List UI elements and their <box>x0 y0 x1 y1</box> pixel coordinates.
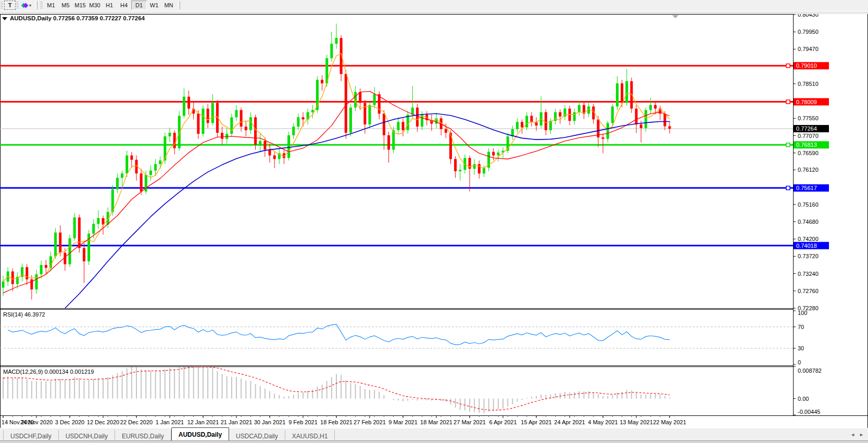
candle-body <box>54 233 57 257</box>
candle-body <box>525 116 528 127</box>
date-tick-label: 12 Jan 2021 <box>187 419 219 425</box>
candle-body <box>245 126 247 130</box>
date-tick-label: 27 Feb 2021 <box>354 419 386 425</box>
candle-body <box>635 109 638 124</box>
candle-body <box>159 160 161 164</box>
candle-body <box>454 159 457 172</box>
level-line-handle[interactable] <box>786 100 790 104</box>
candle-body <box>578 105 581 112</box>
level-price-label: 0.78009 <box>796 99 817 105</box>
candle-body <box>211 103 214 123</box>
candle-body <box>263 141 266 150</box>
candle-body <box>621 83 623 103</box>
candle-body <box>2 282 5 288</box>
timeframe-button-mn[interactable]: MN <box>161 1 176 9</box>
candle-body <box>121 173 123 178</box>
candle-body <box>321 80 323 83</box>
symbol-tab-audusd[interactable]: AUDUSD,Daily <box>171 427 229 441</box>
candle-body <box>130 156 133 160</box>
level-line-handle[interactable] <box>786 64 790 68</box>
rsi-tick-label: 0 <box>798 359 801 365</box>
level-line-handle[interactable] <box>786 143 790 147</box>
date-tick-label: 30 Jan 2021 <box>254 419 286 425</box>
date-tick-label: 4 May 2021 <box>588 419 618 425</box>
level-line-handle[interactable] <box>786 186 790 190</box>
tab-scroll-right-icon[interactable]: ► <box>859 432 864 437</box>
objects-palette-button[interactable]: ▾ <box>20 1 33 9</box>
price-tick-label: 0.79470 <box>798 46 819 52</box>
candle-body <box>207 109 209 123</box>
candle-body <box>349 108 352 133</box>
candle-body <box>87 234 90 261</box>
candle-body <box>616 83 619 106</box>
level-price-label: 0.79010 <box>796 62 817 69</box>
symbol-tabbar: USDCHF,DailyUSDCNH,DailyEURUSD,DailyAUDU… <box>0 428 868 441</box>
candle-body <box>602 137 605 139</box>
symbol-tab-xauusd[interactable]: XAUUSD,H1 <box>285 430 335 441</box>
candle-body <box>302 117 305 119</box>
chart-canvas[interactable]: 0.804300.799500.794700.785100.775500.770… <box>0 14 868 428</box>
candle-body <box>521 122 523 127</box>
candle-body <box>292 126 295 135</box>
candle-body <box>311 110 314 112</box>
toolbar-grip[interactable] <box>1 2 3 9</box>
current-price-label: 0.77264 <box>796 125 817 132</box>
symbol-tab-eurusd[interactable]: EURUSD,Daily <box>115 430 171 441</box>
timeframe-button-m30[interactable]: M30 <box>87 1 102 9</box>
candle-body <box>383 113 385 135</box>
candle-body <box>373 94 376 105</box>
symbol-tab-usdcnh[interactable]: USDCNH,Daily <box>59 430 115 441</box>
date-tick-label: 9 Mar 2021 <box>388 419 418 425</box>
timeframe-button-d1[interactable]: D1 <box>131 1 147 10</box>
date-tick-label: 6 Apr 2021 <box>489 419 517 425</box>
candle-body <box>254 117 257 145</box>
candle-body <box>387 135 390 150</box>
candle-body <box>269 150 271 156</box>
candle-body <box>640 124 643 128</box>
candle-body <box>249 117 252 130</box>
candle-body <box>83 248 85 261</box>
toolbar-grip[interactable] <box>16 2 19 9</box>
candle-body <box>607 123 609 138</box>
date-tick-label: 9 Feb 2021 <box>288 419 318 425</box>
chart-scrollbar[interactable] <box>0 10 868 14</box>
timeframe-button-h4[interactable]: H4 <box>117 1 131 9</box>
candle-body <box>645 110 647 128</box>
candle-body <box>335 38 338 44</box>
candle-body <box>64 252 66 264</box>
date-tick-label: 1 Jan 2021 <box>156 419 184 425</box>
candle-body <box>140 173 143 192</box>
date-tick-label: 18 Feb 2021 <box>320 419 353 425</box>
symbol-tab-usdcad[interactable]: USDCAD,Daily <box>229 430 285 441</box>
date-tick-label: 22 May 2021 <box>653 419 686 425</box>
timeframe-button-m15[interactable]: M15 <box>73 1 87 9</box>
candle-body <box>530 116 533 122</box>
text-tool-button[interactable]: T <box>4 1 16 10</box>
date-tick-label: 24 Apr 2021 <box>554 419 585 425</box>
rsi-tick-label: 30 <box>798 345 804 351</box>
candle-body <box>392 130 395 149</box>
macd-tick-label: 0.008782 <box>798 368 822 374</box>
candle-body <box>59 233 61 253</box>
candle-body <box>169 133 171 136</box>
candle-body <box>78 218 81 248</box>
candle-body <box>202 109 205 134</box>
candle-body <box>573 112 576 121</box>
timeframe-button-w1[interactable]: W1 <box>147 1 161 9</box>
symbol-tab-usdchf[interactable]: USDCHF,Daily <box>3 430 59 441</box>
candle-body <box>149 171 152 175</box>
candle-body <box>492 152 495 156</box>
timeframe-toolbar: T ▾ M1M5M15M30H1H4D1W1MN <box>0 0 868 11</box>
candle-body <box>230 117 233 134</box>
date-tick-label: 21 Jan 2021 <box>221 419 253 425</box>
candle-body <box>183 97 185 116</box>
toolbar-grip[interactable] <box>40 2 43 9</box>
timeframe-button-m1[interactable]: M1 <box>44 1 58 9</box>
candle-body <box>478 164 481 173</box>
tab-scroll-left-icon[interactable]: ◄ <box>850 432 855 437</box>
timeframe-button-m5[interactable]: M5 <box>58 1 73 9</box>
timeframe-button-h1[interactable]: H1 <box>102 1 117 9</box>
date-tick-label: 15 Apr 2021 <box>521 419 551 425</box>
candle-body <box>97 218 99 224</box>
level-price-label: 0.76813 <box>796 142 817 148</box>
